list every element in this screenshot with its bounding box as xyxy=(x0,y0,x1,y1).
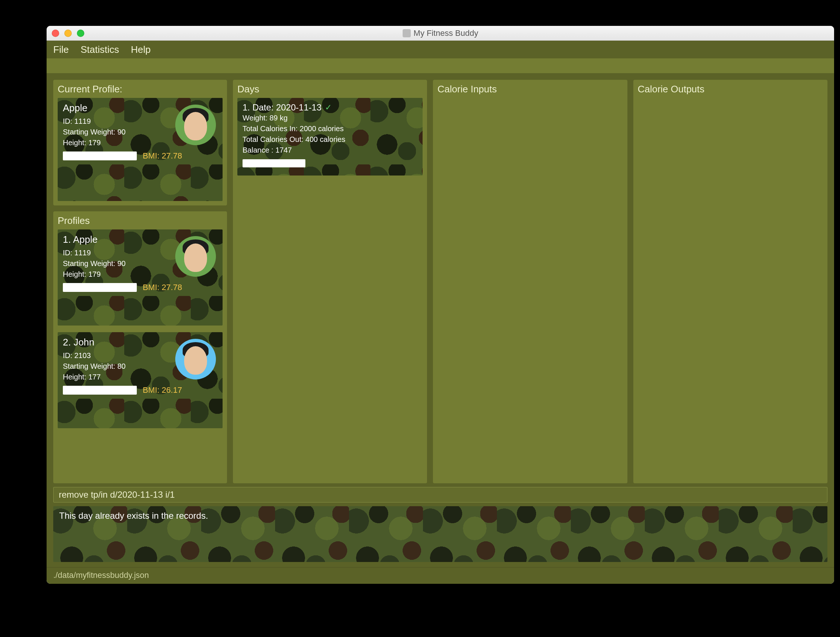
profile-list-item[interactable]: 2. John ID: 2103 Starting Weight: 80 Hei… xyxy=(58,332,223,428)
day-card[interactable]: 1. Date: 2020-11-13 ✓ Weight: 89 kg Tota… xyxy=(237,98,423,175)
profile-bmi: BMI: 27.78 xyxy=(143,283,182,292)
bmi-progress-bar xyxy=(63,386,137,395)
minimize-window-button[interactable] xyxy=(64,30,72,37)
close-window-button[interactable] xyxy=(52,30,59,37)
message-box: This day already exists in the records. xyxy=(53,506,827,562)
profile-bmi: BMI: 27.78 xyxy=(143,151,182,161)
menu-help[interactable]: Help xyxy=(131,44,150,55)
menu-statistics[interactable]: Statistics xyxy=(81,44,119,55)
days-list[interactable]: 1. Date: 2020-11-13 ✓ Weight: 89 kg Tota… xyxy=(237,98,423,479)
current-profile-card[interactable]: Apple ID: 1119 Starting Weight: 90 Heigh… xyxy=(58,98,223,201)
calorie-outputs-column: Calorie Outputs xyxy=(633,80,827,483)
day-calories-in: Total Calories In: 2000 calories xyxy=(243,123,417,134)
profile-list-item[interactable]: 1. Apple ID: 1119 Starting Weight: 90 He… xyxy=(58,229,223,325)
app-window: My Fitness Buddy File Statistics Help Cu… xyxy=(47,26,834,584)
bmi-progress-bar xyxy=(63,151,137,160)
traffic-lights xyxy=(52,30,84,37)
calorie-inputs-title: Calorie Inputs xyxy=(437,84,623,95)
avatar xyxy=(175,339,216,380)
day-progress-bar xyxy=(243,159,305,167)
calorie-outputs-title: Calorie Outputs xyxy=(638,84,823,95)
profiles-panel: Profiles 1. Apple ID: 1119 Starting Weig… xyxy=(53,211,227,483)
profiles-list[interactable]: 1. Apple ID: 1119 Starting Weight: 90 He… xyxy=(58,229,223,479)
current-profile-panel: Current Profile: Apple ID: 1119 Starting… xyxy=(53,80,227,205)
calorie-inputs-column: Calorie Inputs xyxy=(433,80,627,483)
days-title: Days xyxy=(237,84,423,95)
checkmark-icon: ✓ xyxy=(325,103,332,112)
day-calories-out: Total Calories Out: 400 calories xyxy=(243,134,417,145)
menu-file[interactable]: File xyxy=(53,44,69,55)
day-balance: Balance : 1747 xyxy=(243,145,417,156)
main-content: Current Profile: Apple ID: 1119 Starting… xyxy=(47,73,834,483)
status-path: ./data/myfitnessbuddy.json xyxy=(53,571,149,580)
title-bar: My Fitness Buddy xyxy=(47,26,834,41)
status-bar: ./data/myfitnessbuddy.json xyxy=(47,567,834,584)
calorie-inputs-list[interactable] xyxy=(437,98,623,479)
app-icon xyxy=(403,29,411,37)
current-profile-title: Current Profile: xyxy=(58,84,223,95)
command-input[interactable] xyxy=(53,487,827,503)
window-title: My Fitness Buddy xyxy=(414,28,478,38)
profiles-title: Profiles xyxy=(58,215,223,227)
message-text: This day already exists in the records. xyxy=(59,511,821,521)
left-column: Current Profile: Apple ID: 1119 Starting… xyxy=(53,80,227,483)
command-row xyxy=(47,483,834,506)
fullscreen-window-button[interactable] xyxy=(77,30,84,37)
day-title: 1. Date: 2020-11-13 xyxy=(243,102,321,113)
day-weight: Weight: 89 kg xyxy=(243,113,417,123)
title-bar-title: My Fitness Buddy xyxy=(47,28,834,38)
days-column: Days 1. Date: 2020-11-13 ✓ Weight: 89 kg… xyxy=(233,80,427,483)
profile-bmi: BMI: 26.17 xyxy=(143,385,182,395)
accent-strip xyxy=(47,58,834,73)
bmi-progress-bar xyxy=(63,283,137,292)
message-area: This day already exists in the records. xyxy=(47,506,834,567)
avatar xyxy=(175,236,216,277)
menu-bar: File Statistics Help xyxy=(47,41,834,58)
calorie-outputs-list[interactable] xyxy=(638,98,823,479)
avatar xyxy=(175,104,216,145)
